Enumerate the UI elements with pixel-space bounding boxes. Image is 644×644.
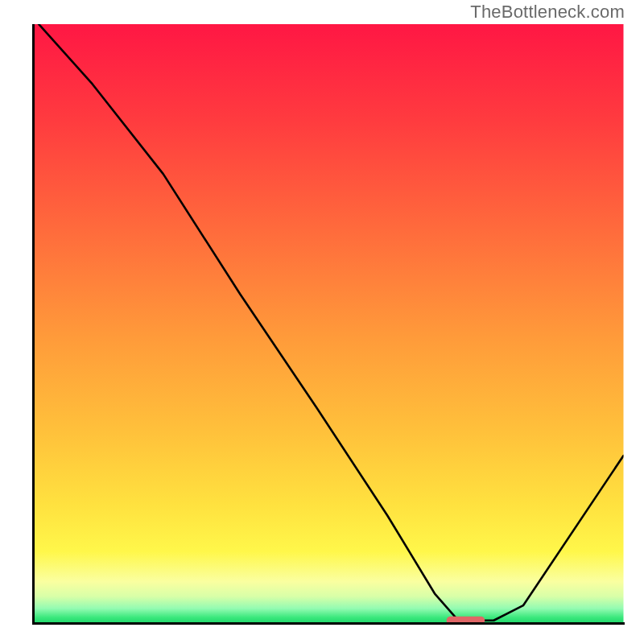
gradient-fill [34,24,624,624]
chart-root: TheBottleneck.com [0,0,644,644]
plot-area [32,24,625,625]
chart-svg [32,24,625,625]
watermark-text: TheBottleneck.com [470,2,625,23]
